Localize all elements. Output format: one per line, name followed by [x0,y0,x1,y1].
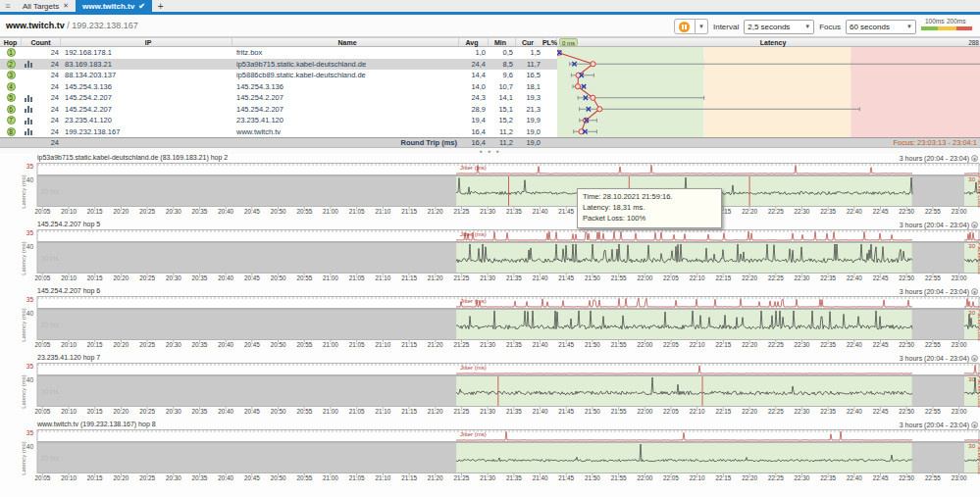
svg-text:22:25: 22:25 [768,274,784,281]
focus-value: 60 seconds [850,23,890,31]
panel-options-icon[interactable]: ▾ [971,222,978,228]
target-address: 199.232.138.167 [72,21,138,30]
cell-name: 145.254.2.207 [232,105,459,114]
col-avg[interactable]: Avg [459,38,489,46]
svg-text:21:25: 21:25 [454,474,470,481]
svg-text:20:10: 20:10 [61,408,77,415]
svg-text:20:55: 20:55 [296,474,312,481]
svg-text:21:35: 21:35 [506,474,522,481]
col-name[interactable]: Name [232,38,459,46]
svg-text:21:40: 21:40 [533,341,548,348]
cell-name: fritz.box [232,48,459,57]
svg-text:40: 40 [26,176,34,183]
timeline-graph-hop-8[interactable]: 20 ms3540Latency (ms)30Packet LossJitter… [0,429,980,487]
svg-text:22:00: 22:00 [637,474,652,481]
timeline-graph-hop-6[interactable]: 20 ms3540Latency (ms)30Packet LossJitter… [0,296,980,354]
panel-options-icon[interactable]: ▾ [971,422,978,428]
svg-text:20:55: 20:55 [296,408,312,415]
svg-text:22:15: 22:15 [716,408,732,415]
target-separator: / [67,21,70,30]
hop-number: 3 [7,71,16,79]
timeline-panel-hop-7: 23.235.41.120 hop 73 hours (20:04 - 23:0… [0,354,980,421]
svg-text:22:10: 22:10 [690,341,705,348]
timeline-graph-hop-7[interactable]: 20 ms3540Latency (ms)30Packet LossJitter… [0,363,980,421]
col-cur[interactable]: Cur [516,38,543,46]
svg-text:20:50: 20:50 [271,341,286,348]
panel-range-selector[interactable]: 3 hours (20:04 - 23:04)▾ [900,154,978,163]
panel-title: www.twitch.tv (199.232.138.167) hop 8 [37,421,156,429]
pause-button[interactable] [674,19,696,34]
summary-cur: 19,0 [516,138,543,147]
tab-www-twitch-tv[interactable]: www.twitch.tv ✔ [76,0,152,12]
col-min[interactable]: Min [489,38,516,46]
panel-range-label: 3 hours (20:04 - 23:04) [900,288,969,295]
panel-options-icon[interactable]: ▾ [971,355,978,362]
svg-text:22:50: 22:50 [899,474,914,481]
svg-text:21:20: 21:20 [428,341,443,348]
tab-label: www.twitch.tv [82,2,134,11]
cell-cur: 19,9 [516,116,543,124]
interval-label: Interval [713,23,739,31]
hop-number: 8 [7,127,16,136]
focus-select[interactable]: 60 seconds ▼ [846,20,916,34]
cell-avg: 28,9 [459,105,489,114]
panel-range-selector[interactable]: 3 hours (20:04 - 23:04)▾ [900,287,978,296]
panel-range-selector[interactable]: 3 hours (20:04 - 23:04)▾ [900,354,978,363]
svg-text:22:45: 22:45 [873,408,889,415]
svg-text:21:05: 21:05 [349,274,365,281]
svg-text:20:25: 20:25 [139,274,155,281]
svg-text:20:25: 20:25 [139,341,155,348]
round-trip-row: 24 Round Trip (ms) 16,4 11,2 19,0 Focus:… [0,137,980,148]
panel-range-selector[interactable]: 3 hours (20:04 - 23:04)▾ [900,421,978,429]
svg-text:21:25: 21:25 [454,341,470,348]
svg-text:21:50: 21:50 [585,474,600,481]
panel-options-icon[interactable]: ▾ [971,288,978,295]
svg-text:40: 40 [26,443,34,450]
col-count[interactable]: Count [22,38,61,46]
col-hop[interactable]: Hop [0,38,22,46]
close-icon[interactable]: ✕ [63,2,69,10]
svg-text:21:30: 21:30 [480,274,495,281]
panel-range-selector[interactable]: 3 hours (20:04 - 23:04)▾ [900,221,978,229]
timeline-panels: ip53a9b715.static.kabel-deutschland.de (… [0,154,980,487]
col-ip[interactable]: IP [61,38,232,46]
svg-text:21:00: 21:00 [323,274,338,281]
panel-options-icon[interactable]: ▾ [971,155,978,162]
graph-icon [25,127,33,135]
svg-text:35: 35 [26,163,34,170]
svg-text:30: 30 [968,443,975,449]
panel-range-label: 3 hours (20:04 - 23:04) [900,355,969,362]
svg-text:22:30: 22:30 [795,408,810,415]
cell-count: 24 [35,48,61,57]
menu-icon[interactable]: ≡ [0,0,16,12]
latency-column-title: Latency [578,39,968,46]
svg-text:20:20: 20:20 [114,408,129,415]
svg-text:22:35: 22:35 [820,474,836,481]
col-pl[interactable]: PL% [543,38,557,46]
pause-dropdown-button[interactable]: ▼ [696,19,708,34]
timeline-graph-hop-2[interactable]: 20 ms3540Latency (ms)30Packet LossJitter… [0,163,980,221]
svg-text:21:40: 21:40 [533,274,548,281]
svg-text:21:35: 21:35 [506,274,522,281]
cell-cur: 19,0 [516,127,543,136]
graph-icon [25,60,33,68]
svg-text:35: 35 [26,363,34,370]
svg-text:20:05: 20:05 [34,341,50,348]
timeline-graph-hop-5[interactable]: 20 ms3540Latency (ms)30Packet LossJitter… [0,229,980,287]
cell-min: 10,7 [489,82,516,91]
latency-scale-max: 288 [968,39,980,46]
svg-text:20:30: 20:30 [166,274,181,281]
new-tab-button[interactable]: + [152,0,170,12]
svg-text:21:05: 21:05 [349,341,365,348]
tab-all-targets[interactable]: All Targets ✕ [16,0,76,12]
hop-latency-chart[interactable] [557,47,980,137]
cell-count: 24 [35,60,61,69]
cell-avg: 16,4 [459,127,489,136]
interval-select[interactable]: 2,5 seconds ▼ [744,20,814,34]
svg-text:21:40: 21:40 [533,408,548,415]
svg-text:22:30: 22:30 [795,474,810,481]
round-trip-label: Round Trip (ms) [232,138,459,147]
svg-text:20:05: 20:05 [34,408,50,415]
svg-text:22:45: 22:45 [873,208,889,215]
svg-text:20:10: 20:10 [61,474,77,481]
